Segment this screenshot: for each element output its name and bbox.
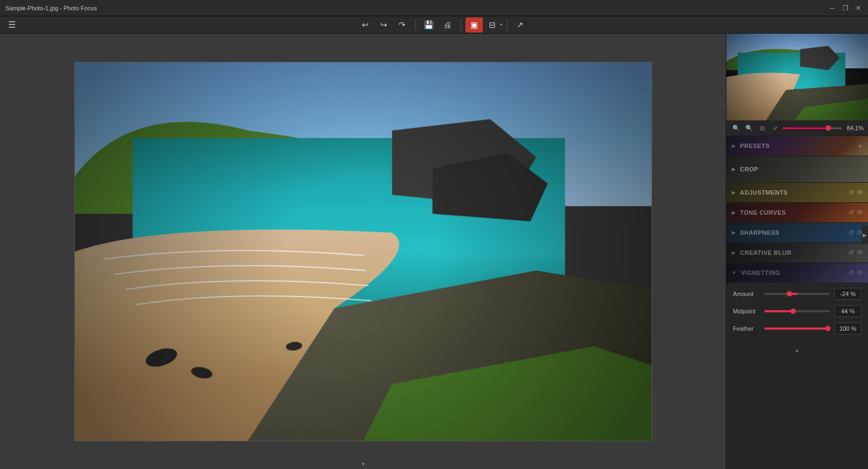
feather-fill [764, 327, 828, 330]
vignetting-content: Amount -24 % Midpoint [726, 282, 868, 345]
vignetting-midpoint-row: Midpoint 44 % [733, 305, 861, 317]
share-wrapper: ↗ [512, 17, 529, 33]
view-single-button[interactable]: ▣ [465, 17, 483, 33]
midpoint-value: 44 % [834, 305, 861, 317]
creative-blur-bg [726, 243, 868, 262]
zoom-out-button[interactable]: 🔍 [731, 123, 742, 133]
print-icon: 🖨 [443, 20, 451, 29]
panel-section-creative-blur: ▶ CREATIVE BLUR ↺ ⟳ [726, 243, 868, 263]
preview-thumbnail [726, 34, 868, 120]
tone-curves-bg [726, 203, 868, 222]
view-split-button[interactable]: ⊟ [484, 17, 501, 33]
zoom-controls: 🔍 🔍 ⊡ ⤢ 84.1% [726, 120, 868, 136]
vignetting-collapse-button[interactable]: ▲ [726, 345, 868, 355]
thumbnail-canvas [726, 34, 868, 120]
amount-slider[interactable] [764, 293, 830, 295]
toolbar-group-view: ▣ ⊟ ▾ [465, 17, 502, 33]
toolbar-sep-3 [507, 20, 507, 30]
zoom-in-icon: 🔍 [745, 125, 753, 132]
toolbar-sep-1 [416, 20, 416, 30]
toolbar-group-history: ↩ ↪ ↷ [357, 17, 411, 33]
canvas-area: ▾ [0, 34, 726, 469]
feather-slider[interactable] [764, 327, 830, 330]
feather-label: Feather [733, 325, 764, 332]
vignetting-feather-row: Feather 100 % [733, 323, 861, 335]
zoom-fit-button[interactable]: ⊡ [757, 123, 768, 133]
zoom-in-button[interactable]: 🔍 [744, 123, 755, 133]
adjustments-bg [726, 183, 868, 202]
midpoint-thumb[interactable] [790, 309, 796, 314]
redo-icon: ↷ [399, 20, 406, 30]
main-layout: ▾ 🔍 🔍 ⊡ ⤢ 84.1% ▶ [0, 34, 868, 469]
panel-section-crop: ▶ CROP [726, 156, 868, 183]
panel-section-vignetting: ▼ VIGNETTING ↺ ⟳ Amount [726, 263, 868, 356]
panel-section-tone-curves: ▶ TONE CURVES ↺ ⟳ [726, 203, 868, 223]
menu-bar: ☰ ↩ ↪ ↷ 💾 🖨 ▣ ⊟ ▾ [0, 16, 868, 34]
feather-thumb[interactable] [825, 326, 831, 331]
save-button[interactable]: 💾 [420, 17, 438, 33]
zoom-percent: 84.1% [844, 125, 864, 131]
view-single-icon: ▣ [470, 20, 478, 30]
amount-thumb[interactable] [787, 291, 792, 297]
tone-curves-header[interactable]: ▶ TONE CURVES ↺ ⟳ [726, 203, 868, 222]
panel-section-sharpness: ▶ SHARPNESS ↺ ⟳ [726, 223, 868, 243]
view-split-icon: ⊟ [489, 20, 496, 30]
sharpness-header[interactable]: ▶ SHARPNESS ↺ ⟳ [726, 223, 868, 242]
undo2-icon: ↪ [380, 20, 387, 30]
view-split-arrow-icon: ▾ [500, 22, 502, 27]
feather-value: 100 % [834, 323, 861, 335]
zoom-full-button[interactable]: ⤢ [770, 123, 781, 133]
vignetting-amount-row: Amount -24 % [733, 288, 861, 300]
minimize-button[interactable]: ─ [828, 4, 837, 12]
midpoint-label: Midpoint [733, 308, 764, 314]
hamburger-menu-button[interactable]: ☰ [4, 17, 20, 33]
share-icon: ↗ [516, 20, 524, 30]
creative-blur-header[interactable]: ▶ CREATIVE BLUR ↺ ⟳ [726, 243, 868, 262]
sharpness-bg [726, 223, 868, 242]
print-button[interactable]: 🖨 [439, 17, 456, 33]
midpoint-slider[interactable] [764, 310, 830, 312]
crop-bg [726, 156, 868, 182]
undo-button[interactable]: ↩ [357, 17, 374, 33]
toolbar-group-file: 💾 🖨 [420, 17, 456, 33]
maximize-button[interactable]: ❐ [841, 4, 850, 12]
view-split-wrapper: ⊟ ▾ [484, 17, 502, 33]
panel-section-adjustments: ▶ ADJUSTMENTS ↺ ⟳ [726, 183, 868, 203]
presets-bg [726, 136, 868, 156]
share-button[interactable]: ↗ [512, 17, 529, 33]
adjustments-header[interactable]: ▶ ADJUSTMENTS ↺ ⟳ [726, 183, 868, 202]
crop-header[interactable]: ▶ CROP [726, 156, 868, 182]
save-icon: 💾 [424, 20, 434, 30]
midpoint-fill [764, 310, 793, 312]
main-photo [75, 62, 652, 441]
window-controls: ─ ❐ ✕ [828, 4, 863, 12]
photo-canvas[interactable] [74, 62, 652, 441]
canvas-scroll-down-icon[interactable]: ▾ [362, 461, 365, 467]
vignetting-bg [726, 263, 868, 282]
amount-label: Amount [733, 291, 764, 297]
hamburger-icon: ☰ [8, 20, 16, 30]
panel-section-presets: ▶ PRESETS + [726, 136, 868, 156]
presets-header[interactable]: ▶ PRESETS + [726, 136, 868, 156]
undo-icon: ↩ [362, 20, 369, 30]
title-bar: Sample-Photo-1.jpg - Photo Focus ─ ❐ ✕ [0, 0, 868, 16]
toolbar-group-share: ↗ [512, 17, 529, 33]
right-panel: 🔍 🔍 ⊡ ⤢ 84.1% ▶ PRESETS + [726, 34, 868, 469]
zoom-slider[interactable] [783, 127, 842, 129]
zoom-out-icon: 🔍 [732, 125, 740, 132]
amount-value: -24 % [834, 288, 861, 300]
vignetting-header[interactable]: ▼ VIGNETTING ↺ ⟳ [726, 263, 868, 282]
panel-expand-arrow-icon[interactable]: ▶ [861, 225, 868, 244]
undo2-button[interactable]: ↪ [375, 17, 393, 33]
app-title: Sample-Photo-1.jpg - Photo Focus [5, 5, 97, 11]
close-button[interactable]: ✕ [854, 4, 863, 12]
toolbar-sep-2 [461, 20, 461, 30]
redo-button[interactable]: ↷ [394, 17, 411, 33]
